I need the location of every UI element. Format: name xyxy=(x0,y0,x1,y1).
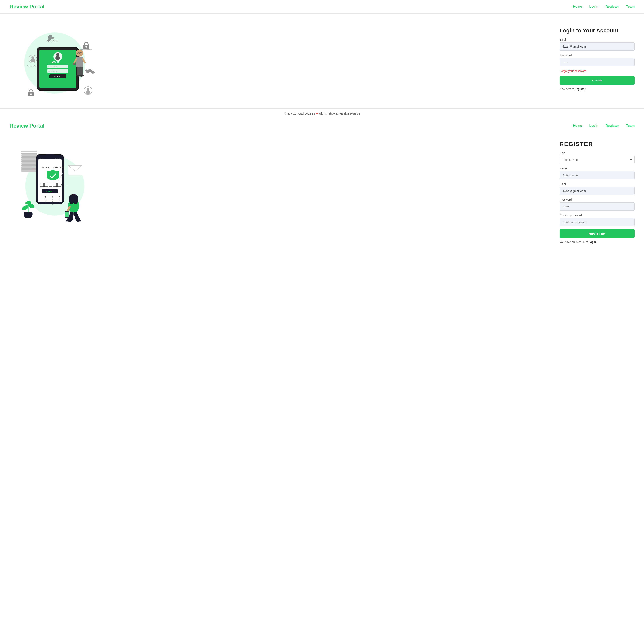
svg-rect-51 xyxy=(21,162,37,164)
register-nav-login[interactable]: Login xyxy=(589,124,598,128)
svg-rect-46 xyxy=(21,153,37,154)
svg-rect-55 xyxy=(21,170,37,172)
svg-text:LOGIN: LOGIN xyxy=(52,61,59,63)
login-nav-home[interactable]: Home xyxy=(573,5,582,9)
login-email-input[interactable] xyxy=(560,42,635,51)
svg-text:5: 5 xyxy=(52,198,53,201)
svg-point-36 xyxy=(87,88,89,91)
have-account-text: You have an Account ? xyxy=(560,241,588,244)
svg-rect-45 xyxy=(21,151,37,152)
svg-rect-25 xyxy=(80,67,83,76)
register-brand: Review Portal xyxy=(9,123,44,129)
register-link[interactable]: Register xyxy=(574,87,585,91)
svg-rect-57 xyxy=(38,159,62,202)
svg-point-37 xyxy=(86,90,90,94)
svg-rect-47 xyxy=(21,154,37,156)
login-page-footer: © Review Portal 2022 BY ❤ with TAbhay & … xyxy=(0,108,644,119)
svg-text:VERIFICATION CODE: VERIFICATION CODE xyxy=(42,166,64,169)
login-footer-text: New here ? Register xyxy=(560,87,635,91)
register-content: 23:56 ▪▪▪ ⊂ ▮ VERIFICATION CODE xyxy=(0,133,644,256)
register-confirm-group: Confirm password xyxy=(560,214,635,226)
svg-rect-87 xyxy=(65,212,69,217)
forgot-password-link[interactable]: Forgot your password xyxy=(560,69,586,73)
svg-text:USERNAME: USERNAME xyxy=(48,66,57,67)
login-nav-links: Home Login Register Team xyxy=(573,5,635,9)
svg-point-8 xyxy=(56,53,59,56)
register-confirm-input[interactable] xyxy=(560,218,635,226)
svg-point-29 xyxy=(85,46,87,48)
svg-point-27 xyxy=(79,75,84,77)
login-page-section: Review Portal Home Login Register Team *… xyxy=(0,0,644,119)
register-form-container: REGISTER Role Select Role Admin User Rev… xyxy=(552,139,635,244)
register-email-label: Email xyxy=(560,183,635,186)
svg-rect-50 xyxy=(21,160,37,162)
footer-authors: TAbhay & Pushkar Mourya xyxy=(325,112,360,115)
login-link[interactable]: Login xyxy=(589,241,596,244)
login-password-input[interactable] xyxy=(560,58,635,66)
login-nav-login[interactable]: Login xyxy=(589,5,598,9)
svg-text:6: 6 xyxy=(59,198,60,201)
login-password-group: Password xyxy=(560,54,635,66)
register-nav-home[interactable]: Home xyxy=(573,124,582,128)
register-email-group: Email xyxy=(560,183,635,195)
register-confirm-label: Confirm password xyxy=(560,214,635,217)
register-role-label: Role xyxy=(560,151,635,154)
register-name-label: Name xyxy=(560,167,635,170)
svg-text:ENTER: ENTER xyxy=(46,190,52,192)
footer-text1: © Review Portal 2022 BY xyxy=(284,112,315,115)
svg-rect-22 xyxy=(73,63,76,65)
svg-text:7: 7 xyxy=(45,201,46,203)
svg-point-7 xyxy=(55,56,60,60)
svg-text:0: 0 xyxy=(52,203,53,205)
svg-text:4: 4 xyxy=(45,198,46,201)
register-page-section: Review Portal Home Login Register Team xyxy=(0,119,644,256)
svg-text:SIGN IN: SIGN IN xyxy=(54,76,61,78)
login-nav-register[interactable]: Register xyxy=(606,5,619,9)
login-password-label: Password xyxy=(560,54,635,57)
register-footer-text: You have an Account ? Login xyxy=(560,241,635,244)
svg-text:8: 8 xyxy=(52,201,53,203)
svg-rect-54 xyxy=(21,168,37,170)
login-navbar: Review Portal Home Login Register Team xyxy=(0,0,644,14)
svg-text:PASSWORD: PASSWORD xyxy=(48,70,57,72)
svg-point-43 xyxy=(91,71,95,74)
login-email-label: Email xyxy=(560,38,635,41)
register-role-select-wrapper: Select Role Admin User Reviewer xyxy=(560,156,635,164)
register-illustration: 23:56 ▪▪▪ ⊂ ▮ VERIFICATION CODE xyxy=(15,139,98,222)
svg-text:9: 9 xyxy=(59,201,60,203)
svg-text:3: 3 xyxy=(59,196,60,198)
svg-text:2: 2 xyxy=(52,196,53,198)
login-nav-team[interactable]: Team xyxy=(626,5,635,9)
register-nav-register[interactable]: Register xyxy=(606,124,619,128)
svg-rect-49 xyxy=(21,158,37,160)
register-name-input[interactable] xyxy=(560,171,635,179)
register-illustration-container: 23:56 ▪▪▪ ⊂ ▮ VERIFICATION CODE xyxy=(9,139,104,222)
login-form-container: Login to Your Account Email Password For… xyxy=(552,27,635,91)
svg-text:▪▪▪ ⊂ ▮: ▪▪▪ ⊂ ▮ xyxy=(55,157,60,159)
register-email-input[interactable] xyxy=(560,187,635,195)
register-form-title: REGISTER xyxy=(560,141,635,147)
svg-rect-24 xyxy=(77,67,80,76)
svg-text:23:56: 23:56 xyxy=(39,157,43,159)
register-navbar: Review Portal Home Login Register Team xyxy=(0,119,644,133)
login-email-group: Email xyxy=(560,38,635,51)
register-name-group: Name xyxy=(560,167,635,179)
register-nav-team[interactable]: Team xyxy=(626,124,635,128)
svg-point-31 xyxy=(30,93,32,95)
register-password-label: Password xyxy=(560,198,635,201)
svg-rect-20 xyxy=(76,57,83,67)
svg-rect-52 xyxy=(21,164,37,166)
login-content: ********* ********* ********* LOGIN USER… xyxy=(0,14,644,108)
svg-rect-48 xyxy=(21,156,37,158)
login-illustration: ********* ********* ********* LOGIN USER… xyxy=(15,22,98,96)
register-role-select[interactable]: Select Role Admin User Reviewer xyxy=(560,156,635,164)
heart-icon: ❤ xyxy=(316,112,319,115)
register-password-input[interactable] xyxy=(560,202,635,211)
svg-point-33 xyxy=(31,56,34,59)
svg-rect-58 xyxy=(45,154,55,157)
login-button[interactable]: LOGIN xyxy=(560,76,635,85)
svg-rect-81 xyxy=(68,165,82,175)
register-nav-links: Home Login Register Team xyxy=(573,124,635,128)
register-button[interactable]: REGISTER xyxy=(560,229,635,238)
register-role-group: Role Select Role Admin User Reviewer xyxy=(560,151,635,164)
